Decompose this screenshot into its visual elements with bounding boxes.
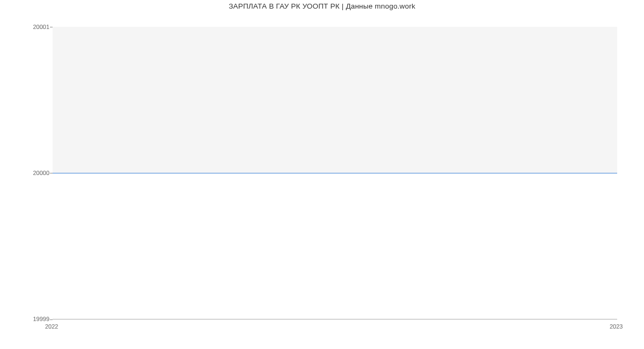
salary-line-chart: ЗАРПЛАТА В ГАУ РК УООПТ РК | Данные mnog… [0, 0, 644, 349]
y-tick-label-mid: 20000 [1, 170, 49, 176]
y-tick-label-max: 20001 [1, 24, 49, 30]
y-tick-mark [50, 319, 53, 320]
x-tick-label-start: 2022 [45, 323, 58, 330]
x-tick-label-end: 2023 [610, 323, 623, 330]
plot-lower-region [53, 173, 617, 319]
y-tick-label-min: 19999 [1, 316, 49, 322]
chart-title: ЗАРПЛАТА В ГАУ РК УООПТ РК | Данные mnog… [0, 2, 644, 10]
plot-area [53, 27, 617, 319]
series-line-salary [53, 173, 617, 173]
